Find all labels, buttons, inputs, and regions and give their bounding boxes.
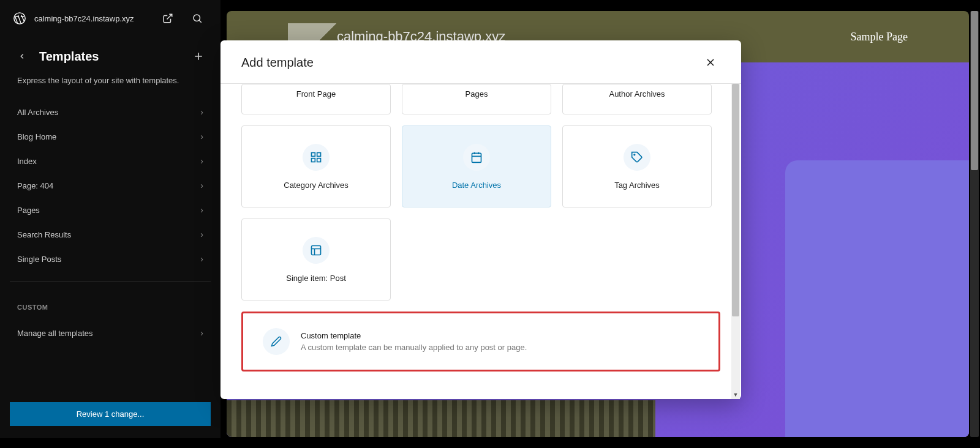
pencil-icon (263, 328, 290, 355)
add-template-button[interactable] (191, 49, 206, 64)
sidebar-header: Templates (0, 37, 221, 71)
external-link-icon[interactable] (157, 7, 179, 29)
preview-nav-link[interactable]: Sample Page (851, 31, 908, 43)
grid-icon (303, 144, 330, 171)
svg-point-7 (634, 154, 635, 155)
sidebar-item-index[interactable]: Index › (7, 149, 213, 173)
sidebar-item-label: All Archives (17, 108, 58, 117)
admin-topbar: calming-bb7c24.instawp.xyz (0, 0, 221, 37)
sidebar-item-single-posts[interactable]: Single Posts › (7, 247, 213, 271)
chevron-right-icon: › (200, 205, 203, 215)
preview-image-strip (227, 400, 655, 437)
chevron-right-icon: › (200, 230, 203, 239)
template-card-pages[interactable]: Pages (402, 84, 551, 114)
chevron-right-icon: › (200, 156, 203, 166)
custom-template-desc: A custom template can be manually applie… (301, 343, 527, 352)
outer-scrollbar[interactable] (970, 11, 979, 437)
site-name[interactable]: calming-bb7c24.instawp.xyz (34, 14, 149, 23)
add-template-modal: Add template Front Page Pages Author Arc… (221, 40, 741, 399)
sidebar: calming-bb7c24.instawp.xyz Templates Exp… (0, 0, 221, 438)
svg-rect-4 (312, 158, 315, 162)
sidebar-title: Templates (39, 50, 181, 64)
layout-icon (303, 237, 330, 264)
sidebar-custom-list: Manage all templates › (0, 318, 221, 348)
sidebar-item-label: Page: 404 (17, 181, 53, 190)
calendar-icon (463, 144, 490, 171)
sidebar-description: Express the layout of your site with tem… (0, 71, 221, 97)
card-label: Category Archives (284, 181, 349, 190)
search-icon[interactable] (186, 7, 208, 29)
sidebar-item-label: Pages (17, 206, 40, 215)
modal-header: Add template (221, 40, 741, 84)
chevron-right-icon: › (200, 107, 203, 117)
sidebar-item-all-archives[interactable]: All Archives › (7, 100, 213, 124)
sidebar-item-label: Single Posts (17, 255, 61, 264)
chevron-right-icon: › (200, 181, 203, 190)
template-card-single-post[interactable]: Single item: Post (241, 218, 391, 301)
back-chevron-icon[interactable] (15, 49, 29, 64)
sidebar-item-pages[interactable]: Pages › (7, 198, 213, 222)
sidebar-item-label: Manage all templates (17, 329, 93, 338)
sidebar-item-search-results[interactable]: Search Results › (7, 222, 213, 247)
template-card-tag-archives[interactable]: Tag Archives (562, 125, 712, 207)
sidebar-item-label: Search Results (17, 230, 71, 239)
custom-template-title: Custom template (301, 331, 527, 340)
template-card-category-archives[interactable]: Category Archives (241, 125, 391, 207)
template-card-date-archives[interactable]: Date Archives (402, 125, 551, 207)
svg-rect-8 (312, 245, 321, 255)
scrollbar-thumb[interactable] (732, 84, 739, 316)
divider (10, 281, 211, 282)
custom-template-text: Custom template A custom template can be… (301, 331, 527, 352)
card-label: Author Archives (609, 89, 665, 99)
wordpress-logo-icon[interactable] (12, 11, 27, 26)
card-label: Tag Archives (614, 181, 660, 190)
sidebar-template-list: All Archives › Blog Home › Index › Page:… (0, 97, 221, 274)
sidebar-item-page-404[interactable]: Page: 404 › (7, 173, 213, 198)
template-card-author-archives[interactable]: Author Archives (562, 84, 712, 114)
custom-template-row[interactable]: Custom template A custom template can be… (241, 312, 720, 371)
chevron-right-icon: › (200, 132, 203, 141)
card-label: Front Page (296, 89, 336, 99)
card-label: Pages (466, 89, 488, 99)
scroll-down-icon[interactable]: ▼ (731, 390, 740, 399)
sidebar-custom-label: CUSTOM (0, 289, 221, 318)
template-grid: Front Page Pages Author Archives Categor… (241, 84, 720, 301)
modal-body: Front Page Pages Author Archives Categor… (221, 84, 741, 399)
svg-point-1 (194, 15, 200, 21)
sidebar-item-label: Blog Home (17, 132, 56, 141)
sidebar-item-label: Index (17, 157, 37, 166)
svg-rect-3 (317, 152, 321, 156)
svg-rect-5 (317, 158, 321, 162)
modal-scrollbar[interactable]: ▲ ▼ (731, 84, 740, 399)
chevron-right-icon: › (200, 254, 203, 264)
review-changes-button[interactable]: Review 1 change... (10, 402, 211, 426)
scrollbar-thumb[interactable] (971, 11, 978, 170)
chevron-right-icon: › (200, 328, 203, 338)
modal-title: Add template (241, 56, 314, 70)
preview-content-card (785, 160, 969, 437)
tag-icon (624, 144, 650, 171)
card-label: Single item: Post (286, 274, 346, 283)
svg-rect-6 (472, 153, 481, 162)
svg-rect-2 (312, 152, 315, 156)
close-icon[interactable] (701, 53, 720, 72)
card-label: Date Archives (452, 181, 501, 190)
custom-template-section: Custom template A custom template can be… (241, 312, 720, 371)
template-card-front-page[interactable]: Front Page (241, 84, 391, 114)
sidebar-item-blog-home[interactable]: Blog Home › (7, 124, 213, 149)
sidebar-item-manage-all[interactable]: Manage all templates › (7, 321, 213, 345)
